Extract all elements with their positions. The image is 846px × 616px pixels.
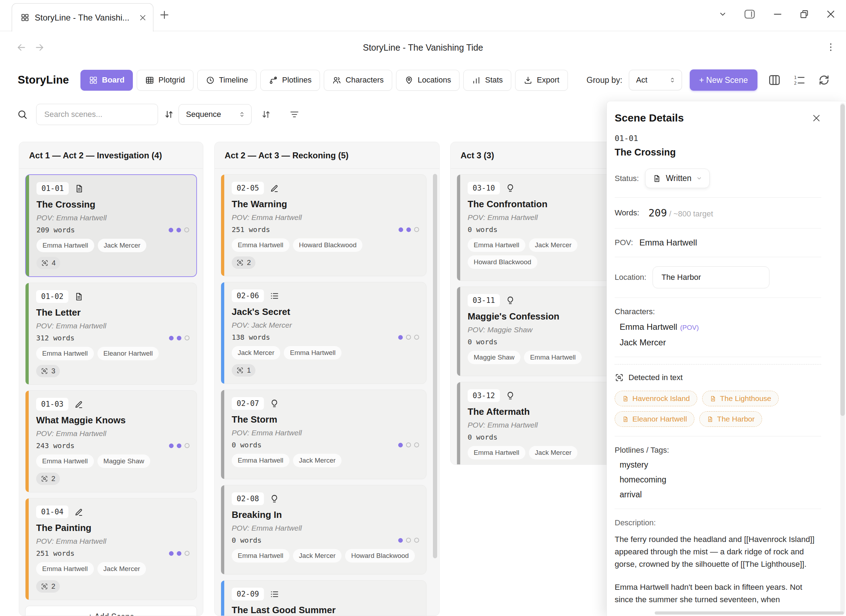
scene-id-badge: 01-02 bbox=[36, 290, 68, 303]
character-tag: Howard Blackwood bbox=[345, 549, 415, 563]
detected-entity-pill[interactable]: The Harbor bbox=[699, 411, 762, 427]
detected-count: 3 bbox=[51, 367, 55, 375]
progress-dots bbox=[169, 443, 189, 448]
panel-scrollbar-thumb[interactable] bbox=[840, 104, 845, 416]
card-header: 02-05 bbox=[232, 182, 419, 195]
detected-label: Detected in text bbox=[629, 373, 683, 382]
character-tag: Emma Hartwell bbox=[524, 351, 582, 364]
character-tag: Emma Hartwell bbox=[468, 238, 525, 252]
word-count-row: 0 words bbox=[232, 441, 419, 449]
minimize-icon[interactable] bbox=[772, 9, 783, 19]
list-icon bbox=[270, 291, 279, 301]
scene-card[interactable]: 01-01The CrossingPOV: Emma Hartwell209 w… bbox=[25, 174, 197, 277]
pencil-icon bbox=[74, 507, 84, 517]
new-tab-button[interactable] bbox=[159, 9, 170, 21]
detected-entity-pill[interactable]: Eleanor Hartwell bbox=[615, 411, 695, 427]
list-icon bbox=[270, 590, 279, 599]
character-tag: Emma Hartwell bbox=[37, 239, 94, 252]
scene-card[interactable]: 02-06Jack's SecretPOV: Jack Mercer138 wo… bbox=[221, 282, 426, 384]
chevron-down-icon[interactable] bbox=[718, 10, 727, 18]
document-icon bbox=[707, 416, 714, 422]
word-count-row: 209 words bbox=[37, 226, 189, 234]
card-header: 01-01 bbox=[37, 182, 189, 195]
add-scene-button[interactable]: + Add Scene bbox=[25, 606, 197, 616]
location-row: Location: bbox=[615, 266, 821, 288]
word-count: 138 words bbox=[232, 333, 270, 342]
grid-icon bbox=[21, 13, 29, 22]
scan-icon bbox=[236, 367, 244, 374]
character-tags: Emma HartwellJack Mercer bbox=[37, 239, 189, 252]
progress-dots bbox=[398, 335, 419, 340]
close-icon[interactable] bbox=[825, 9, 836, 19]
detected-entity-label: The Harbor bbox=[717, 415, 755, 423]
detected-count-badge: 2 bbox=[232, 257, 256, 269]
scene-pov: POV: Emma Hartwell bbox=[36, 322, 189, 330]
word-count: 0 words bbox=[232, 536, 261, 544]
description-paragraph: Emma Hartwell hadn't been back in fiftee… bbox=[615, 581, 821, 606]
character-name: Jack Mercer bbox=[620, 337, 666, 347]
character-tag: Jack Mercer bbox=[97, 562, 146, 576]
scene-id-badge: 02-08 bbox=[232, 492, 264, 505]
word-count: 0 words bbox=[468, 225, 497, 234]
detected-entity-pill[interactable]: The Lighthouse bbox=[702, 391, 779, 406]
description-label: Description: bbox=[615, 518, 821, 528]
character-tags: Emma HartwellHoward Blackwood bbox=[232, 238, 419, 252]
progress-dot bbox=[414, 335, 419, 340]
scene-pov: POV: Emma Hartwell bbox=[36, 537, 189, 546]
panel-close-icon[interactable] bbox=[812, 113, 821, 123]
detected-count-badge: 3 bbox=[36, 365, 60, 377]
location-input[interactable] bbox=[652, 266, 770, 288]
detected-entity-label: Havenrock Island bbox=[632, 394, 690, 403]
status-select[interactable]: Written bbox=[645, 169, 709, 188]
horizontal-scrollbar-thumb[interactable] bbox=[655, 612, 844, 615]
description-section: Description: The ferry rounded the headl… bbox=[615, 518, 821, 606]
scene-card[interactable]: 02-08Breaking InPOV: Emma Hartwell0 word… bbox=[221, 485, 426, 575]
progress-dots bbox=[169, 227, 189, 232]
progress-dot bbox=[398, 443, 403, 447]
scene-card[interactable]: 02-07The StormPOV: Emma Hartwell0 wordsE… bbox=[221, 390, 426, 479]
detected-entity-pill[interactable]: Havenrock Island bbox=[615, 391, 697, 406]
tab-close-icon[interactable] bbox=[139, 14, 147, 22]
scene-card[interactable]: 01-04The PaintingPOV: Emma Hartwell251 w… bbox=[25, 498, 197, 600]
restore-icon[interactable] bbox=[799, 9, 809, 19]
character-tag: Emma Hartwell bbox=[36, 455, 94, 468]
progress-dot bbox=[169, 336, 173, 340]
word-count: 0 words bbox=[468, 433, 497, 441]
character-tags: Emma HartwellJack Mercer bbox=[36, 562, 189, 576]
column-scrollbar-thumb[interactable] bbox=[433, 174, 437, 558]
bulb-icon bbox=[505, 296, 515, 305]
scan-icon bbox=[41, 583, 48, 590]
scene-id: 01-01 bbox=[615, 134, 821, 143]
card-header: 01-02 bbox=[36, 290, 189, 303]
pencil-icon bbox=[270, 183, 279, 193]
word-target: / ~800 target bbox=[669, 209, 713, 219]
scene-card[interactable]: 02-05The WarningPOV: Emma Hartwell251 wo… bbox=[221, 174, 426, 276]
scene-details-panel: Scene Details 01-01 The Crossing Status:… bbox=[607, 101, 846, 616]
scene-card[interactable]: 01-02The LetterPOV: Emma Hartwell312 wor… bbox=[25, 283, 197, 385]
column-cards: 01-01The CrossingPOV: Emma Hartwell209 w… bbox=[19, 169, 203, 606]
word-count: 251 words bbox=[232, 225, 270, 234]
scene-card[interactable]: 01-03What Maggie KnowsPOV: Emma Hartwell… bbox=[25, 390, 197, 492]
sidebar-toggle-icon[interactable] bbox=[743, 8, 756, 21]
character-tag: Emma Hartwell bbox=[36, 347, 94, 360]
document-icon bbox=[709, 395, 716, 402]
character-tag: Emma Hartwell bbox=[232, 549, 289, 563]
bulb-icon bbox=[505, 391, 515, 400]
pov-value: Emma Hartwell bbox=[639, 238, 697, 248]
word-count-row: 251 words bbox=[36, 549, 189, 557]
status-stripe bbox=[25, 391, 29, 492]
doc-icon bbox=[74, 184, 84, 194]
app-window: StoryLine - The Vanishi... StoryLine - T… bbox=[0, 0, 846, 616]
doc-icon bbox=[74, 292, 84, 301]
scene-title: The Last Good Summer bbox=[232, 605, 419, 616]
scene-title: The Painting bbox=[36, 522, 189, 534]
character-pov-suffix: (POV) bbox=[680, 324, 699, 331]
progress-dot bbox=[185, 551, 189, 556]
character-tag: Jack Mercer bbox=[98, 239, 146, 252]
scene-title: The Warning bbox=[232, 199, 419, 210]
app-tab[interactable]: StoryLine - The Vanishi... bbox=[12, 3, 153, 32]
scene-card[interactable]: 02-09The Last Good Summer bbox=[221, 580, 426, 616]
detected-count-badge: 4 bbox=[37, 257, 60, 269]
status-stripe bbox=[457, 175, 460, 280]
scene-id-badge: 01-04 bbox=[36, 506, 68, 518]
